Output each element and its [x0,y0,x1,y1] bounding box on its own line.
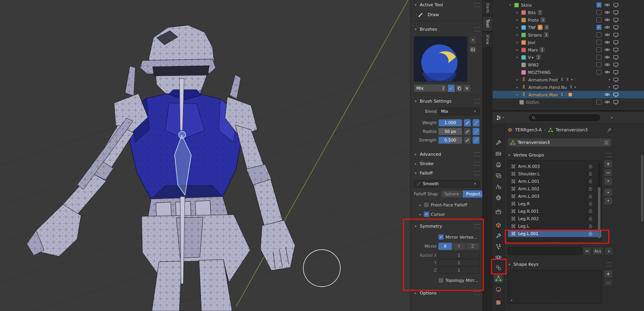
panel-header-brushes[interactable]: ▾ Brushes [411,24,483,34]
lock-open-icon[interactable] [588,171,593,176]
outliner-item-label[interactable]: Armature.Man [528,92,558,97]
properties-tab-scene[interactable] [494,182,503,191]
panel-header-active-tool[interactable]: ▾ Active Tool [411,0,483,9]
mesh-name-field[interactable]: Terranversion3 [507,138,612,147]
mirror-y-button[interactable]: Y [452,243,466,250]
outliner-row-tnf[interactable]: ▸ TNF 6 4 ✓ [493,24,644,31]
remove-vertex-group-button[interactable]: − [604,169,613,177]
lock-open-icon[interactable] [588,186,593,191]
vertex-group-name[interactable]: Shoulder.L [518,171,540,176]
falloff-shape-projected-button[interactable]: Project... [463,190,483,198]
properties-search-input[interactable] [538,115,598,120]
properties-tab-collection[interactable] [494,208,503,216]
unlink-brush-button[interactable]: × [463,85,471,92]
move-group-down-button[interactable]: ▾ [604,197,613,205]
panel-grip[interactable] [474,162,480,166]
expand-arrow[interactable]: ▸ [515,33,519,37]
properties-tab-texture[interactable] [494,298,503,307]
3d-viewport[interactable] [0,0,410,311]
lock-open-icon[interactable] [588,179,593,184]
screen-icon[interactable] [613,99,619,105]
panel-grip[interactable] [606,262,612,267]
exclude-checkbox[interactable]: ✓ [596,25,602,30]
expand-arrow[interactable]: ▸ [515,56,519,59]
outliner-item-label[interactable]: Armature.Hand.Nu [528,85,567,90]
vertex-group-row[interactable]: Leg.L [508,222,602,230]
vertex-group-row[interactable]: Shoulder.L [508,170,602,177]
lock-open-icon[interactable] [588,201,593,206]
properties-tab-material[interactable] [494,285,503,294]
screen-icon[interactable] [613,17,619,23]
outliner-item-label[interactable]: Mars [528,48,538,52]
properties-tab-physics[interactable] [494,253,503,261]
vertex-group-row-selected[interactable]: Leg.L.001 [508,230,602,237]
expand-arrow[interactable]: ▸ [515,48,519,52]
expand-arrow[interactable]: ▸ [515,86,519,89]
falloff-curve-dropdown[interactable]: Smooth ▾ [414,180,480,188]
properties-tab-world[interactable] [494,193,503,202]
brush-image-button[interactable] [469,46,477,53]
screen-icon[interactable] [613,69,619,75]
panel-grip[interactable] [474,3,480,7]
outliner-item-label[interactable]: TNF [528,25,536,30]
chevron-down-icon[interactable]: ▾ [609,78,610,81]
topology-mirror-checkbox[interactable] [438,278,444,283]
panel-header-advanced[interactable]: ▸ Advanced [411,149,483,159]
outliner-row-gldsrc[interactable]: GldSrc [493,98,644,106]
browse-icon[interactable] [604,140,609,145]
eye-icon[interactable] [604,32,610,38]
properties-tab-object-data[interactable] [494,274,503,283]
add-vertex-group-button[interactable]: + [604,160,613,168]
panel-grip[interactable] [606,153,612,157]
shape-keys-header[interactable]: ▾ Shape Keys [507,260,612,269]
vertex-group-specials-button[interactable]: ▾ [604,177,613,185]
radius-pressure-toggle[interactable] [472,128,480,135]
panel-grip[interactable] [474,27,480,31]
properties-tab-render[interactable] [494,149,503,158]
brush-user-count[interactable]: 2 [442,86,445,90]
weight-pressure-toggle[interactable] [472,119,480,127]
expand-arrow[interactable]: ▸ [515,41,519,44]
weight-slider[interactable]: 1.000 [438,119,462,127]
vertex-group-row[interactable]: Arm.L.002 [508,185,602,192]
outliner-row-armature-hand[interactable]: ▸ Armature.Hand.Nu ▾ ▾ [493,83,644,91]
strength-unified-toggle[interactable] [464,136,471,144]
vertex-group-name[interactable]: Arm.L.001 [518,179,539,184]
outliner-item-label[interactable]: Skins [521,3,532,7]
vertex-group-row[interactable]: Arm.L.003 [508,192,602,200]
expand-arrow[interactable]: ▸ [515,18,519,22]
tab-tool[interactable]: Tool [483,17,492,31]
move-group-up-button[interactable]: ▴ [604,188,613,196]
properties-scrollbar[interactable] [641,155,643,222]
outliner-item-label[interactable]: Jovi [528,40,535,45]
outliner-row-vplus[interactable]: ▸ V+ 2 [493,53,644,61]
lock-open-icon[interactable] [588,164,593,169]
vertex-group-name[interactable]: Leg.L.001 [518,231,538,236]
panel-grip[interactable] [474,224,480,228]
eye-icon[interactable] [604,99,610,105]
properties-tab-output[interactable] [494,160,503,169]
outliner-row-proto[interactable]: ▸ Proto 3 [493,16,644,24]
vertex-group-row[interactable]: Arm.L.001 [508,177,602,185]
outliner-item-label[interactable]: Bits [528,10,536,15]
vertex-group-row[interactable]: Leg.R.001 [508,207,602,215]
eye-icon[interactable] [604,92,610,98]
outliner-row-skins[interactable]: ▾ Skins ✓ [493,1,644,9]
radial-y-field[interactable]: 1 [438,259,480,266]
mirror-x-button[interactable]: X [438,243,452,250]
exclude-checkbox[interactable] [596,10,602,15]
tab-view[interactable]: View [483,32,492,47]
vertex-group-name[interactable]: Arm.L.003 [518,194,539,199]
outliner-row-jovi[interactable]: ▸ Jovi [493,39,644,46]
editor-type-button[interactable]: ▾ [496,115,504,121]
eye-icon[interactable] [604,54,610,60]
outliner-row-mozthing[interactable]: MOZTHING [493,68,644,76]
brush-preview-image[interactable] [414,36,467,82]
screen-icon[interactable] [613,47,619,53]
vertex-group-row[interactable]: Arm.R.003 [508,162,602,170]
vertex-group-name[interactable]: Arm.R.003 [518,164,540,169]
exclude-checkbox[interactable] [596,32,602,37]
outliner-item-label[interactable]: Sirians [528,33,542,37]
radial-z-field[interactable]: 1 [438,267,480,274]
expand-arrow[interactable]: ▸ [515,11,519,14]
